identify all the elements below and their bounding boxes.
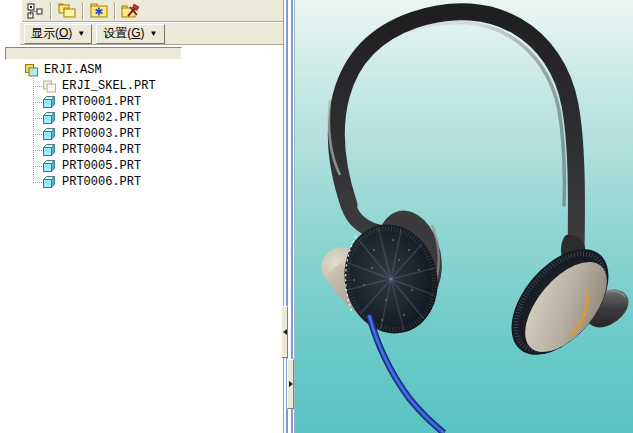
headphones-3d-model bbox=[294, 0, 633, 433]
audio-cable bbox=[369, 315, 444, 433]
tree-node-skeleton[interactable]: ERJI_SKEL.PRT bbox=[0, 78, 283, 94]
collapse-right-arrow-icon bbox=[289, 381, 293, 387]
tree-node-part[interactable]: PRT0001.PRT bbox=[0, 94, 283, 110]
tree-button-bar: 显示(O) ▼ 设置(G) ▼ bbox=[20, 23, 283, 45]
application-window: 显示(O) ▼ 设置(G) ▼ bbox=[0, 0, 633, 433]
tree-node-label: PRT0001.PRT bbox=[62, 95, 141, 109]
tree-node-label: PRT0002.PRT bbox=[62, 111, 141, 125]
tree-guide-stub bbox=[33, 150, 42, 151]
part-icon bbox=[42, 127, 57, 141]
tree-node-label: ERJI_SKEL.PRT bbox=[62, 79, 156, 93]
expand-right-sash[interactable] bbox=[287, 359, 294, 409]
toolbar-separator bbox=[50, 2, 52, 20]
collapse-left-sash[interactable] bbox=[281, 306, 288, 358]
settings-dropdown-button[interactable]: 设置(G) ▼ bbox=[96, 24, 164, 44]
tree-guide-stub bbox=[33, 86, 42, 87]
skeleton-part-icon bbox=[42, 79, 57, 93]
folder-asterisk-icon[interactable] bbox=[86, 1, 112, 21]
part-icon bbox=[42, 175, 57, 189]
part-icon bbox=[42, 159, 57, 173]
tree-node-label: PRT0003.PRT bbox=[62, 127, 141, 141]
tree-node-label: PRT0006.PRT bbox=[62, 175, 141, 189]
3d-viewport[interactable] bbox=[294, 0, 633, 433]
tree-node-label: PRT0005.PRT bbox=[62, 159, 141, 173]
tree-toolbar bbox=[22, 0, 283, 22]
settings-button-label: 设置(G) bbox=[103, 25, 144, 42]
layer-folders-icon[interactable] bbox=[54, 1, 80, 21]
part-icon bbox=[42, 95, 57, 109]
tree-node-label: ERJI.ASM bbox=[44, 63, 102, 77]
assembly-icon bbox=[24, 63, 39, 77]
part-icon bbox=[42, 111, 57, 125]
tree-node-part[interactable]: PRT0003.PRT bbox=[0, 126, 283, 142]
headband bbox=[336, 12, 576, 252]
show-dropdown-button[interactable]: 显示(O) ▼ bbox=[24, 24, 92, 44]
tree-guide-stub bbox=[33, 118, 42, 119]
folder-tools-icon[interactable] bbox=[118, 1, 144, 21]
tree-node-label: PRT0004.PRT bbox=[62, 143, 141, 157]
collapse-left-arrow-icon bbox=[283, 329, 287, 335]
tree-node-assembly[interactable]: ERJI.ASM bbox=[0, 62, 283, 78]
part-icon bbox=[42, 143, 57, 157]
panel-splitter[interactable] bbox=[284, 0, 294, 433]
tree-node-part[interactable]: PRT0002.PRT bbox=[0, 110, 283, 126]
tree-node-part[interactable]: PRT0005.PRT bbox=[0, 158, 283, 174]
tree-node-part[interactable]: PRT0004.PRT bbox=[0, 142, 283, 158]
tree-guide-stub bbox=[33, 134, 42, 135]
tree-node-part[interactable]: PRT0006.PRT bbox=[0, 174, 283, 190]
show-button-label: 显示(O) bbox=[31, 25, 72, 42]
tree-header-bar bbox=[5, 47, 182, 60]
chevron-down-icon: ▼ bbox=[77, 30, 85, 38]
model-tree-panel: 显示(O) ▼ 设置(G) ▼ bbox=[0, 0, 283, 433]
model-tree-view-icon[interactable] bbox=[22, 1, 48, 21]
toolbar-separator bbox=[114, 2, 116, 20]
tree-guide-stub bbox=[33, 166, 42, 167]
tree-guide-stub bbox=[33, 182, 42, 183]
chevron-down-icon: ▼ bbox=[150, 30, 158, 38]
model-tree: ERJI.ASM ERJI_SKEL.PRT PRT0001.PRT PRT00… bbox=[0, 62, 283, 433]
tree-guide-stub bbox=[33, 102, 42, 103]
toolbar-separator bbox=[82, 2, 84, 20]
